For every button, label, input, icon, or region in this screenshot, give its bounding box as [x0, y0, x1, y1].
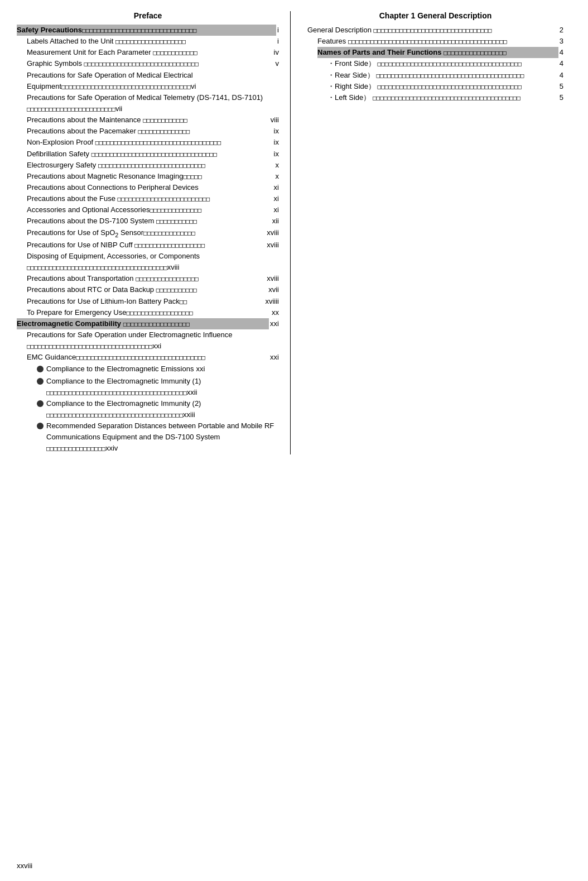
entry-page-electrosurgery: x	[274, 160, 279, 171]
entry-text-fuse: Precautions about the Fuse □□□□□□□□□□□□□…	[27, 193, 273, 204]
entry-electrosurgery: Electrosurgery Safety □□□□□□□□□□□□□□□□□□…	[17, 160, 279, 171]
entry-text-emc: Electromagnetic Compatibility □□□□□□□□□□…	[17, 318, 269, 329]
entry-page-measurement: iv	[273, 47, 279, 58]
bullet-icon-recommended	[37, 423, 44, 429]
entry-disposing: Disposing of Equipment, Accessories, or …	[17, 251, 279, 273]
left-header: Preface	[17, 11, 279, 20]
entry-precautions-medical: Precautions for Safe Operation of Medica…	[17, 70, 279, 92]
entry-nibp: Precautions for Use of NIBP Cuff □□□□□□□…	[17, 240, 279, 251]
entry-text-electrosurgery: Electrosurgery Safety □□□□□□□□□□□□□□□□□□…	[27, 160, 274, 171]
entry-text-accessories: Accessories and Optional Accessories□□□□…	[27, 204, 273, 216]
entry-features: Features □□□□□□□□□□□□□□□□□□□□□□□□□□□□□□□…	[307, 36, 563, 47]
entry-text-recommended: Recommended Separation Distances between…	[46, 420, 279, 454]
entry-non-explosion: Non-Explosion Proof □□□□□□□□□□□□□□□□□□□□…	[17, 137, 279, 148]
bullet-icon-emissions	[37, 366, 44, 372]
entry-text-emc-guidance: EMC Guidance□□□□□□□□□□□□□□□□□□□□□□□□□□□□…	[27, 352, 269, 363]
entry-text-ds7100: Precautions about the DS-7100 System □□□…	[27, 216, 271, 227]
entry-right-side: ・Right Side） □□□□□□□□□□□□□□□□□□□□□□□□□□□…	[307, 81, 563, 92]
bullet-icon-immunity1	[37, 378, 44, 385]
entry-page-emc: xxi	[269, 318, 279, 329]
entry-text-spo2: Precautions for Use of SpO2 Sensor□□□□□□…	[27, 227, 266, 240]
entry-gen-desc: General Description □□□□□□□□□□□□□□□□□□□□…	[307, 25, 563, 36]
entry-accessories: Accessories and Optional Accessories□□□□…	[17, 204, 279, 216]
entry-page-labels: i	[276, 36, 279, 47]
entry-text-graphic: Graphic Symbols □□□□□□□□□□□□□□□□□□□□□□□□…	[27, 58, 274, 69]
entry-spo2: Precautions for Use of SpO2 Sensor□□□□□□…	[17, 227, 279, 240]
entry-page-gen-desc: 2	[558, 25, 563, 36]
entry-text-lithium: Precautions for Use of Lithium-Ion Batte…	[27, 296, 264, 307]
entry-page-defibrillation: ix	[273, 149, 279, 160]
entry-maintenance: Precautions about the Maintenance □□□□□□…	[17, 114, 279, 126]
entry-mri: Precautions about Magnetic Resonance Ima…	[17, 171, 279, 182]
entry-names: Names of Parts and Their Functions □□□□□…	[307, 47, 563, 58]
entry-page-safety: i	[276, 25, 279, 36]
entry-text-maintenance: Precautions about the Maintenance □□□□□□…	[27, 114, 269, 126]
entry-graphic: Graphic Symbols □□□□□□□□□□□□□□□□□□□□□□□□…	[17, 58, 279, 69]
entry-page-accessories: xi	[273, 204, 279, 216]
entry-page-fuse: xi	[273, 193, 279, 204]
entry-pacemaker: Precautions about the Pacemaker □□□□□□□□…	[17, 126, 279, 137]
entry-emc: Electromagnetic Compatibility □□□□□□□□□□…	[17, 318, 279, 329]
entry-text-defibrillation: Defibrillation Safety □□□□□□□□□□□□□□□□□□…	[27, 149, 273, 160]
entry-page-features: 3	[558, 36, 563, 47]
entry-page-peripheral: xi	[273, 182, 279, 193]
entry-rear: ・Rear Side） □□□□□□□□□□□□□□□□□□□□□□□□□□□□…	[307, 70, 563, 81]
left-column: Preface Safety Precautions□□□□□□□□□□□□□□…	[17, 11, 290, 454]
entry-text-gen-desc: General Description □□□□□□□□□□□□□□□□□□□□…	[307, 25, 558, 36]
entry-page-non-explosion: ix	[273, 137, 279, 148]
entry-text-right-side: ・Right Side） □□□□□□□□□□□□□□□□□□□□□□□□□□□…	[327, 81, 558, 92]
entry-transportation: Precautions about Transportation □□□□□□□…	[17, 273, 279, 284]
page-footer: xxviii	[17, 861, 32, 870]
entry-text-measurement: Measurement Unit for Each Parameter □□□□…	[27, 47, 273, 58]
entry-page-nibp: xviii	[266, 240, 279, 251]
page-number: xxviii	[17, 861, 32, 870]
entry-page-rtc: xvii	[267, 284, 279, 295]
entry-text-emissions: Compliance to the Electromagnetic Emissi…	[46, 363, 194, 375]
entry-text-rear: ・Rear Side） □□□□□□□□□□□□□□□□□□□□□□□□□□□□…	[327, 70, 558, 81]
entry-page-pacemaker: ix	[273, 126, 279, 137]
entry-page-emergency: xx	[271, 307, 279, 318]
entry-text-pacemaker: Precautions about the Pacemaker □□□□□□□□…	[27, 126, 273, 137]
right-header: Chapter 1 General Description	[307, 11, 563, 20]
entry-text-rtc: Precautions about RTC or Data Backup □□□…	[27, 284, 267, 295]
entry-page-ds7100: xii	[271, 216, 279, 227]
entry-text-immunity2: Compliance to the Electromagnetic Immuni…	[46, 398, 279, 420]
entry-text-features: Features □□□□□□□□□□□□□□□□□□□□□□□□□□□□□□□…	[317, 36, 558, 47]
entry-recommended: Recommended Separation Distances between…	[17, 420, 279, 454]
entry-page-front: 4	[558, 58, 563, 69]
entry-safety: Safety Precautions□□□□□□□□□□□□□□□□□□□□□□…	[17, 25, 279, 36]
entry-page-graphic: v	[274, 58, 279, 69]
entry-page-rear: 4	[558, 70, 563, 81]
entry-text-nibp: Precautions for Use of NIBP Cuff □□□□□□□…	[27, 240, 266, 251]
bullet-icon-immunity2	[37, 400, 44, 407]
entry-text-transportation: Precautions about Transportation □□□□□□□…	[27, 273, 266, 284]
entry-emergency: To Prepare for Emergency Use□□□□□□□□□□□□…	[17, 307, 279, 318]
entry-emc-guidance: EMC Guidance□□□□□□□□□□□□□□□□□□□□□□□□□□□□…	[17, 352, 279, 363]
entry-text-mri: Precautions about Magnetic Resonance Ima…	[27, 171, 274, 182]
entry-front: ・Front Side） □□□□□□□□□□□□□□□□□□□□□□□□□□□…	[307, 58, 563, 69]
entry-text-emergency: To Prepare for Emergency Use□□□□□□□□□□□□…	[27, 307, 271, 318]
entry-emissions: Compliance to the Electromagnetic Emissi…	[17, 363, 279, 375]
entry-text-labels: Labels Attached to the Unit □□□□□□□□□□□□…	[27, 36, 276, 47]
entry-defibrillation: Defibrillation Safety □□□□□□□□□□□□□□□□□□…	[17, 149, 279, 160]
entry-page-right-side: 5	[558, 81, 563, 92]
entry-text-front: ・Front Side） □□□□□□□□□□□□□□□□□□□□□□□□□□□…	[327, 58, 558, 69]
entry-rtc: Precautions about RTC or Data Backup □□□…	[17, 284, 279, 295]
entry-page-names: 4	[558, 47, 563, 58]
page-container: Preface Safety Precautions□□□□□□□□□□□□□□…	[17, 11, 571, 454]
entry-text-non-explosion: Non-Explosion Proof □□□□□□□□□□□□□□□□□□□□…	[27, 137, 273, 148]
entry-immunity2: Compliance to the Electromagnetic Immuni…	[17, 398, 279, 420]
entry-peripheral: Precautions about Connections to Periphe…	[17, 182, 279, 193]
entry-text-immunity1: Compliance to the Electromagnetic Immuni…	[46, 376, 279, 398]
entry-left-side: ・Left Side） □□□□□□□□□□□□□□□□□□□□□□□□□□□□…	[307, 92, 563, 103]
entry-fuse: Precautions about the Fuse □□□□□□□□□□□□□…	[17, 193, 279, 204]
entry-text-left-side: ・Left Side） □□□□□□□□□□□□□□□□□□□□□□□□□□□□…	[327, 92, 558, 103]
entry-page-maintenance: viii	[269, 114, 279, 126]
entry-emc-precautions: Precautions for Safe Operation under Ele…	[17, 329, 279, 352]
entry-telemetry: Precautions for Safe Operation of Medica…	[17, 92, 279, 114]
right-column: Chapter 1 General Description General De…	[290, 11, 563, 454]
entry-page-lithium: xviiii	[264, 296, 279, 307]
entry-page-left-side: 5	[558, 92, 563, 103]
entry-text-safety: Safety Precautions□□□□□□□□□□□□□□□□□□□□□□…	[17, 25, 276, 36]
entry-page-emissions: xxi	[194, 363, 205, 375]
